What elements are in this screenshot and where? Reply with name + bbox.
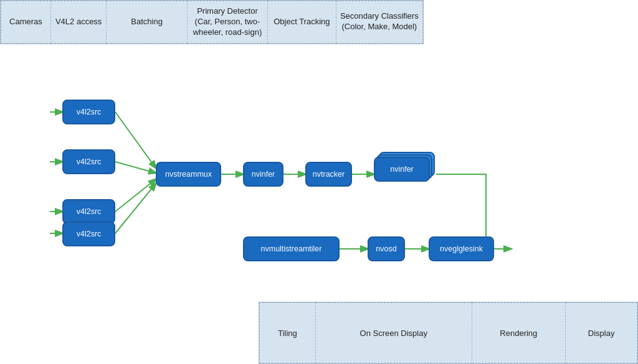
node-nvinfer2-front: nvinfer <box>374 157 430 182</box>
node-nvinfer1: nvinfer <box>243 162 283 187</box>
svg-line-4 <box>115 112 156 168</box>
node-nvosd: nvosd <box>368 236 405 261</box>
header-secondary-classifiers: Secondary Classifiers (Color, Make, Mode… <box>336 1 422 44</box>
header-cameras: Cameras <box>1 1 51 44</box>
header-v4l2: V4L2 access <box>50 1 107 44</box>
svg-line-6 <box>115 179 156 212</box>
node-nveglglesink: nveglglesink <box>429 236 494 261</box>
node-nvstreammux: nvstreammux <box>156 162 221 187</box>
pipeline: v4l2src v4l2src v4l2src v4l2src nvstream… <box>0 81 638 305</box>
footer-table: Tiling On Screen Display Rendering Displ… <box>259 302 638 364</box>
node-nvtracker: nvtracker <box>305 162 352 187</box>
header-table: Cameras V4L2 access Batching Primary Det… <box>0 0 424 44</box>
header-batching: Batching <box>107 1 187 44</box>
svg-line-5 <box>115 162 156 173</box>
svg-line-7 <box>115 184 156 233</box>
footer-rendering: Rendering <box>472 303 566 363</box>
node-v4l2src4: v4l2src <box>62 222 115 246</box>
footer-display: Display <box>566 303 637 363</box>
node-v4l2src2: v4l2src <box>62 149 115 174</box>
node-v4l2src3: v4l2src <box>62 199 115 224</box>
node-nvmultistreamtiler: nvmultistreamtiler <box>243 236 340 261</box>
node-v4l2src1: v4l2src <box>62 100 115 124</box>
header-primary-detector: Primary Detector (Car, Person, two-wheel… <box>187 1 267 44</box>
header-object-tracking: Object Tracking <box>268 1 336 44</box>
footer-osd: On Screen Display <box>315 303 472 363</box>
footer-tiling: Tiling <box>260 303 316 363</box>
